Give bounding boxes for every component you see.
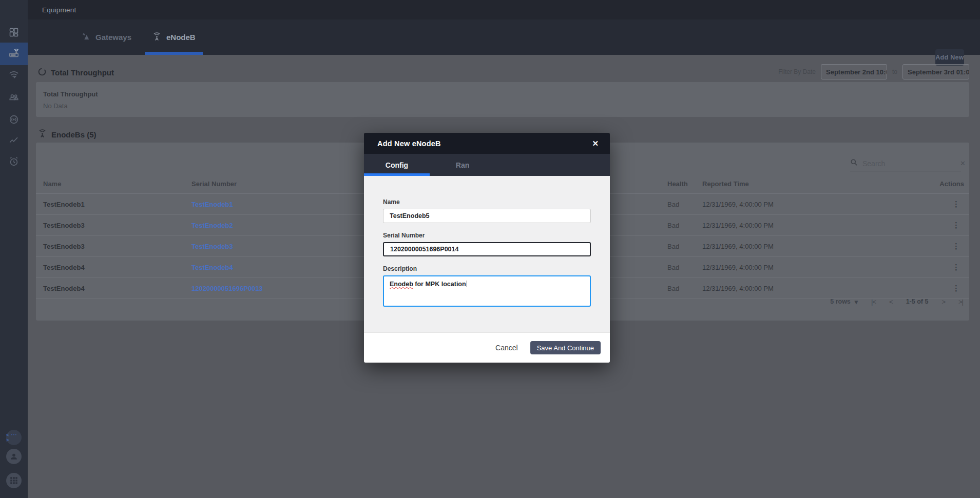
modal-tab-config[interactable]: Config <box>364 154 430 176</box>
description-field-group: Description Enodeb for MPK location <box>383 265 591 307</box>
modal-tab-config-label: Config <box>386 161 408 169</box>
table-search: ✕ <box>850 156 961 171</box>
apps-grid-icon[interactable] <box>6 473 22 488</box>
enodebs-section-title: EnodeBs (5) <box>51 130 97 139</box>
clear-search-icon[interactable]: ✕ <box>960 160 966 167</box>
serial-field-group: Serial Number <box>383 232 591 256</box>
sidebar-item-network[interactable] <box>0 65 28 87</box>
enodeb-name: TestEnodeb3 <box>43 243 191 250</box>
first-page-icon[interactable]: |< <box>871 298 876 306</box>
description-textarea[interactable]: Enodeb for MPK location <box>383 275 591 307</box>
people-icon <box>8 91 20 105</box>
rows-per-page-value: 5 rows <box>830 298 851 305</box>
pagination-range: 1-5 of 5 <box>906 298 929 305</box>
antenna-icon <box>37 129 47 140</box>
throughput-card-title: Total Throughput <box>43 90 969 98</box>
row-actions-menu-icon[interactable]: ⋮ <box>938 242 969 251</box>
api-code-icon[interactable]: < ··· > <box>6 430 22 445</box>
top-header-bar: Equipment <box>28 0 980 19</box>
throughput-card: Total Throughput No Data <box>36 82 969 117</box>
tab-gateways[interactable]: Gateways <box>82 19 131 55</box>
tab-gateways-label: Gateways <box>95 33 131 42</box>
sidebar-item-tracing[interactable] <box>0 109 28 132</box>
last-page-icon[interactable]: >| <box>958 298 963 306</box>
filter-by-date-row: Filter By Date September 2nd 10:02 to Se… <box>778 64 969 79</box>
enodeb-name: TestEnodeb1 <box>43 201 191 208</box>
col-header-health: Health <box>667 180 702 188</box>
enodeb-reported-time: 12/31/1969, 4:00:00 PM <box>702 243 938 250</box>
misspelled-word: Enodeb <box>390 281 413 288</box>
enodeb-name: TestEnodeb4 <box>43 285 191 292</box>
throughput-no-data: No Data <box>43 102 969 110</box>
enodeb-health: Bad <box>667 201 702 208</box>
antenna-icon <box>152 32 162 43</box>
date-from-input[interactable]: September 2nd 10:02 <box>821 64 887 79</box>
modal-footer: Cancel Save And Continue <box>364 332 610 363</box>
row-actions-menu-icon[interactable]: ⋮ <box>938 200 969 209</box>
search-icon <box>850 158 858 168</box>
modal-title: Add New eNodeB <box>377 140 441 148</box>
date-from-value: September 2nd 10:02 <box>826 68 887 76</box>
line-chart-icon <box>8 134 20 148</box>
col-header-reported: Reported Time <box>702 180 938 188</box>
row-actions-menu-icon[interactable]: ⋮ <box>938 263 969 272</box>
serial-number-input[interactable] <box>383 242 591 256</box>
cell-tower-icon <box>82 32 91 43</box>
add-enodeb-modal: Add New eNodeB ✕ Config Ran Name Serial … <box>364 133 610 363</box>
sidebar-item-metrics[interactable] <box>0 130 28 152</box>
alarm-clock-icon <box>8 156 20 169</box>
equipment-tabbar: Gateways eNodeB Add New <box>28 19 980 55</box>
name-field-group: Name <box>383 198 591 223</box>
account-icon[interactable] <box>6 449 22 464</box>
filter-by-date-label: Filter By Date <box>778 68 816 75</box>
modal-tab-ran[interactable]: Ran <box>430 154 495 176</box>
enodeb-name: TestEnodeb3 <box>43 222 191 229</box>
date-to-input[interactable]: September 3rd 01:02 <box>902 64 969 79</box>
dashboard-icon <box>9 27 19 39</box>
rows-per-page-select[interactable]: 5 rows ▾ <box>830 298 858 306</box>
table-pagination: 5 rows ▾ |< < 1-5 of 5 > >| <box>830 291 963 312</box>
wifi-icon <box>8 69 20 83</box>
to-label: to <box>892 68 897 75</box>
throughput-section-header: Total Throughput <box>37 67 114 78</box>
tab-enodeb[interactable]: eNodeB <box>152 19 196 55</box>
enodeb-name: TestEnodeb4 <box>43 264 191 271</box>
add-new-button-label: Add New <box>935 54 964 61</box>
modal-tabbar: Config Ran <box>364 154 610 176</box>
date-to-value: September 3rd 01:02 <box>908 68 969 76</box>
serial-field-label: Serial Number <box>383 232 591 239</box>
modal-header: Add New eNodeB ✕ <box>364 133 610 154</box>
enodebs-section-header: EnodeBs (5) <box>37 129 97 140</box>
modal-body: Name Serial Number Description Enodeb fo… <box>364 176 610 332</box>
description-field-label: Description <box>383 265 591 272</box>
close-icon[interactable]: ✕ <box>592 139 599 148</box>
save-and-continue-button[interactable]: Save And Continue <box>530 341 601 354</box>
search-input[interactable] <box>862 160 955 168</box>
enodeb-health: Bad <box>667 243 702 250</box>
sidebar-item-equipment[interactable] <box>0 43 28 65</box>
sidebar-item-dashboard[interactable] <box>0 22 28 45</box>
add-new-button[interactable]: Add New <box>935 49 964 66</box>
enodeb-health: Bad <box>667 285 702 292</box>
api-code-glyph: < ··· > <box>6 432 22 443</box>
tab-enodeb-label: eNodeB <box>166 33 196 42</box>
description-rest-text: for MPK location <box>413 281 466 288</box>
loader-circle-icon <box>37 67 47 78</box>
sidebar-item-alerts[interactable] <box>0 151 28 174</box>
col-header-name: Name <box>43 180 191 188</box>
enodeb-reported-time: 12/31/1969, 4:00:00 PM <box>702 201 938 208</box>
cancel-button[interactable]: Cancel <box>495 344 518 352</box>
page-title: Equipment <box>42 6 76 14</box>
active-tab-underline <box>145 52 203 55</box>
row-actions-menu-icon[interactable]: ⋮ <box>938 221 969 230</box>
prev-page-icon[interactable]: < <box>889 298 893 306</box>
text-cursor <box>467 281 468 287</box>
enodeb-health: Bad <box>667 264 702 271</box>
next-page-icon[interactable]: > <box>941 298 945 306</box>
sidebar-item-subscribers[interactable] <box>0 87 28 109</box>
enodeb-reported-time: 12/31/1969, 4:00:00 PM <box>702 264 938 271</box>
caret-down-icon: ▾ <box>855 298 858 306</box>
name-input[interactable] <box>383 209 591 223</box>
modal-tab-ran-label: Ran <box>456 161 469 169</box>
app-root: Equipment Gateways eNodeB Add New <box>0 0 980 498</box>
